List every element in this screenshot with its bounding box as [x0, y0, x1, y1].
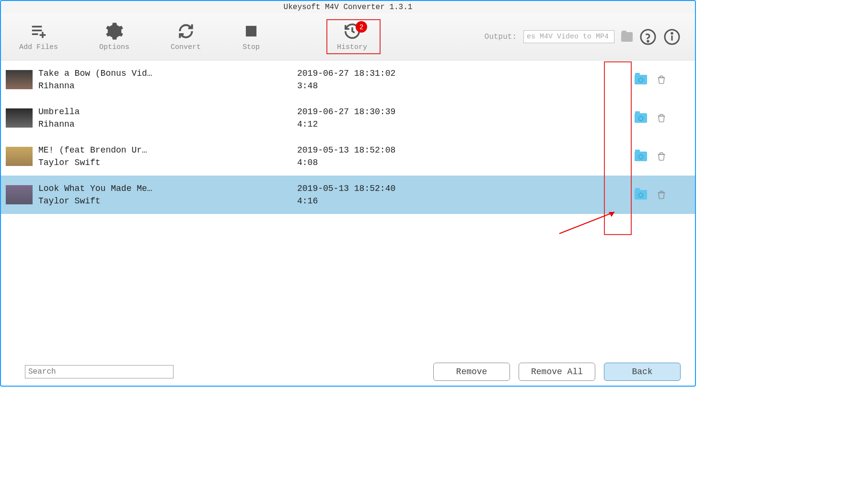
video-thumbnail	[6, 108, 33, 128]
video-title: Look What You Made Me…	[38, 184, 297, 193]
search-input[interactable]	[25, 365, 174, 378]
svg-rect-5	[246, 26, 256, 36]
open-folder-icon[interactable]	[635, 113, 647, 123]
date-column: 2019-05-13 18:52:084:08	[297, 145, 518, 167]
convert-icon	[177, 22, 195, 40]
history-row[interactable]: UmbrellaRihanna2019-06-27 18:30:394:12	[1, 99, 695, 137]
video-duration: 4:12	[297, 119, 518, 129]
open-folder-icon[interactable]	[635, 75, 647, 84]
history-badge: 2	[356, 21, 367, 33]
convert-label: Convert	[171, 43, 201, 51]
video-artist: Rihanna	[38, 119, 297, 129]
video-duration: 4:08	[297, 158, 518, 167]
toolbar-right: Output: es M4V Video to MP4	[485, 28, 681, 46]
conversion-date: 2019-05-13 18:52:40	[297, 184, 518, 193]
browse-folder-icon[interactable]	[621, 32, 633, 42]
date-column: 2019-06-27 18:31:023:48	[297, 69, 518, 91]
back-button[interactable]: Back	[604, 363, 681, 381]
footer-bar: Remove Remove All Back	[1, 363, 695, 381]
add-files-icon	[30, 22, 48, 40]
stop-icon	[242, 22, 260, 40]
history-button[interactable]: History 2	[333, 22, 371, 51]
row-actions	[635, 189, 690, 201]
title-column: ME! (feat Brendon Ur…Taylor Swift	[38, 145, 297, 167]
video-artist: Rihanna	[38, 81, 297, 91]
help-icon[interactable]	[639, 28, 657, 46]
add-files-label: Add Files	[19, 43, 58, 51]
title-column: UmbrellaRihanna	[38, 107, 297, 129]
conversion-date: 2019-05-13 18:52:08	[297, 145, 518, 155]
history-label: History	[337, 43, 367, 51]
history-row[interactable]: Look What You Made Me…Taylor Swift2019-0…	[1, 176, 695, 214]
options-button[interactable]: Options	[95, 22, 133, 51]
gear-icon	[105, 22, 124, 40]
stop-button[interactable]: Stop	[238, 22, 264, 51]
date-column: 2019-05-13 18:52:404:16	[297, 184, 518, 206]
history-list: Take a Bow (Bonus Vid…Rihanna2019-06-27 …	[1, 60, 695, 214]
conversion-date: 2019-06-27 18:31:02	[297, 69, 518, 78]
video-title: ME! (feat Brendon Ur…	[38, 145, 297, 155]
conversion-date: 2019-06-27 18:30:39	[297, 107, 518, 117]
trash-icon[interactable]	[657, 74, 666, 85]
history-row[interactable]: Take a Bow (Bonus Vid…Rihanna2019-06-27 …	[1, 60, 695, 99]
info-icon[interactable]	[663, 28, 681, 46]
convert-button[interactable]: Convert	[167, 22, 205, 51]
toolbar: Add Files Options Convert Stop History 2	[1, 13, 695, 60]
row-actions	[635, 74, 690, 85]
date-column: 2019-06-27 18:30:394:12	[297, 107, 518, 129]
video-thumbnail	[6, 185, 33, 204]
video-duration: 3:48	[297, 81, 518, 91]
open-folder-icon[interactable]	[635, 190, 647, 200]
row-actions	[635, 151, 690, 162]
options-label: Options	[99, 43, 129, 51]
title-column: Look What You Made Me…Taylor Swift	[38, 184, 297, 206]
history-row[interactable]: ME! (feat Brendon Ur…Taylor Swift2019-05…	[1, 137, 695, 176]
svg-point-7	[648, 40, 648, 41]
trash-icon[interactable]	[657, 112, 666, 124]
video-artist: Taylor Swift	[38, 158, 297, 167]
video-duration: 4:16	[297, 196, 518, 206]
trash-icon[interactable]	[657, 151, 666, 162]
svg-line-15	[559, 212, 614, 234]
output-path-field[interactable]: es M4V Video to MP4	[523, 30, 614, 43]
row-actions	[635, 112, 690, 124]
window-title: Ukeysoft M4V Converter 1.3.1	[1, 1, 695, 13]
video-title: Umbrella	[38, 107, 297, 117]
video-thumbnail	[6, 147, 33, 166]
video-thumbnail	[6, 70, 33, 89]
video-title: Take a Bow (Bonus Vid…	[38, 69, 297, 78]
output-label: Output:	[485, 33, 517, 41]
history-button-highlight: History 2	[326, 19, 381, 54]
video-artist: Taylor Swift	[38, 196, 297, 206]
svg-point-10	[671, 33, 672, 34]
remove-button[interactable]: Remove	[433, 363, 510, 381]
remove-all-button[interactable]: Remove All	[519, 363, 595, 381]
open-folder-icon[interactable]	[635, 152, 647, 161]
title-column: Take a Bow (Bonus Vid…Rihanna	[38, 69, 297, 91]
stop-label: Stop	[243, 43, 260, 51]
add-files-button[interactable]: Add Files	[15, 22, 62, 51]
trash-icon[interactable]	[657, 189, 666, 201]
